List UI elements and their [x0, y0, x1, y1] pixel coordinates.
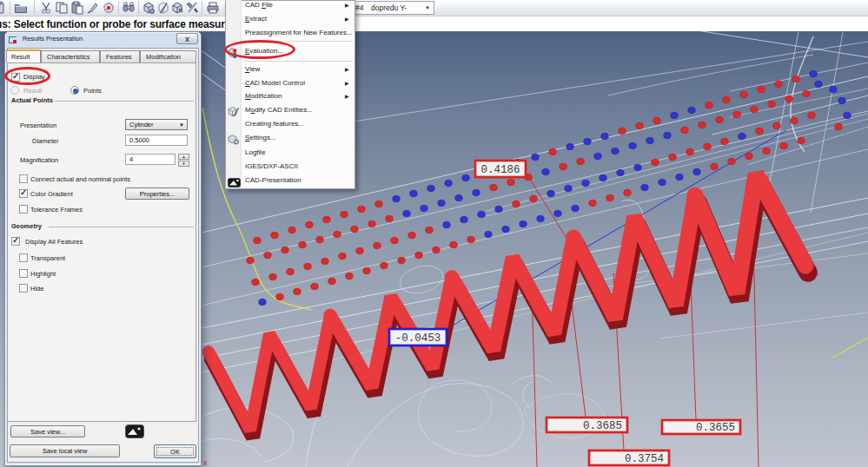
- svg-text:x: x: [203, 458, 208, 467]
- svg-text:0.4186: 0.4186: [480, 164, 520, 176]
- svg-text:0.3685: 0.3685: [583, 420, 622, 432]
- svg-text:-0.0453: -0.0453: [395, 332, 441, 345]
- svg-text:0.3754: 0.3754: [625, 453, 664, 465]
- svg-text:0.3655: 0.3655: [696, 422, 735, 434]
